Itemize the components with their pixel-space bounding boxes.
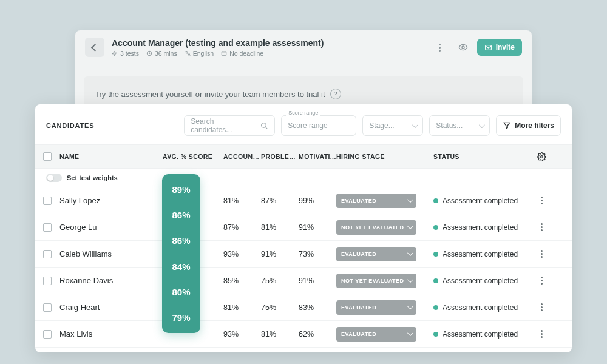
score-problem: 91%: [261, 250, 299, 258]
table-row[interactable]: Max Livis 93% 81% 62% EVALUATED Assessme…: [35, 321, 572, 348]
score-motivation: 73%: [299, 250, 336, 258]
row-checkbox[interactable]: [43, 330, 52, 339]
hiring-stage-select[interactable]: NOT YET EVALUATED: [336, 274, 416, 288]
candidate-name: Craig Heart: [59, 303, 163, 312]
select-all-checkbox[interactable]: [43, 152, 52, 161]
svg-point-5: [540, 155, 543, 158]
col-motivation[interactable]: MOTIVATI...: [299, 153, 336, 160]
row-menu-button[interactable]: [531, 303, 552, 311]
row-menu-button[interactable]: [531, 223, 552, 231]
avg-score-value: 79%: [162, 305, 200, 331]
stage-filter[interactable]: Stage...: [362, 115, 423, 136]
meta-deadline: No deadline: [221, 50, 263, 57]
status-cell: Assessment completed: [433, 277, 531, 285]
meta-language: English: [185, 50, 214, 57]
status-dot-icon: [433, 225, 438, 230]
row-checkbox[interactable]: [43, 277, 52, 285]
status-cell: Assessment completed: [433, 330, 531, 339]
col-name[interactable]: NAME: [59, 153, 163, 160]
dots-vertical-icon: [541, 303, 543, 311]
svg-point-2: [462, 46, 464, 49]
hiring-stage-select[interactable]: NOT YET EVALUATED: [336, 220, 416, 235]
avg-score-value: 84%: [162, 254, 200, 279]
score-account: 93%: [223, 250, 261, 258]
chevron-left-icon: [92, 42, 98, 53]
status-cell: Assessment completed: [433, 250, 531, 258]
score-account: 87%: [223, 223, 261, 232]
filters-row: CANDIDATES Search candidates... Score ra…: [35, 104, 572, 144]
status-dot-icon: [433, 252, 438, 257]
more-filters-button[interactable]: More filters: [496, 115, 561, 136]
mail-icon: [484, 44, 492, 52]
chevron-down-icon: [407, 198, 412, 204]
score-motivation: 99%: [299, 197, 336, 205]
eye-icon: [458, 42, 468, 52]
title-wrap: Account Manager (testing and example ass…: [112, 38, 424, 57]
status-cell: Assessment completed: [433, 197, 531, 205]
score-problem: 75%: [261, 303, 299, 312]
score-range-field[interactable]: Score range Score range: [281, 115, 356, 136]
dots-vertical-icon: [541, 223, 543, 231]
table-row[interactable]: Roxanne Davis 85% 75% 91% NOT YET EVALUA…: [35, 268, 572, 294]
dots-vertical-icon: [541, 330, 543, 338]
status-cell: Assessment completed: [433, 223, 531, 232]
table-row[interactable]: Caleb Williams 93% 91% 73% EVALUATED Ass…: [35, 241, 572, 268]
dots-vertical-icon: [439, 44, 441, 52]
col-account[interactable]: ACCOUNT...: [223, 153, 261, 160]
col-status[interactable]: STATUS: [433, 153, 531, 160]
header-actions: Invite: [431, 38, 522, 56]
table-row[interactable]: Craig Heart 81% 75% 83% EVALUATED Assess…: [35, 294, 572, 321]
row-menu-button[interactable]: [531, 330, 552, 338]
row-menu-button[interactable]: [531, 197, 552, 204]
col-stage[interactable]: HIRING STAGE: [336, 153, 433, 160]
hiring-stage-select[interactable]: EVALUATED: [336, 300, 416, 315]
hiring-stage-select[interactable]: EVALUATED: [336, 194, 416, 208]
row-menu-button[interactable]: [531, 250, 552, 258]
assessment-meta: 3 tests 36 mins English No deadline: [112, 50, 424, 57]
table-settings-button[interactable]: [531, 152, 552, 161]
search-placeholder: Search candidates...: [191, 117, 257, 134]
chevron-down-icon: [407, 331, 412, 337]
more-menu-button[interactable]: [431, 38, 449, 56]
stage-cell: EVALUATED: [336, 327, 433, 342]
col-problem[interactable]: PROBLEM...: [261, 153, 299, 160]
candidate-name: Caleb Williams: [59, 249, 163, 258]
assessment-title: Account Manager (testing and example ass…: [112, 38, 424, 48]
table-body: Sally Lopez 81% 87% 99% EVALUATED Assess…: [35, 187, 572, 348]
chevron-down-icon: [407, 251, 412, 257]
score-account: 81%: [223, 197, 261, 205]
help-icon[interactable]: ?: [330, 89, 341, 99]
dots-vertical-icon: [541, 197, 543, 204]
test-weights-row: Set test weights: [35, 169, 572, 187]
back-button[interactable]: [85, 38, 104, 57]
avg-score-value: 80%: [162, 279, 200, 305]
hiring-stage-select[interactable]: EVALUATED: [336, 247, 416, 261]
row-menu-button[interactable]: [531, 277, 552, 285]
score-motivation: 91%: [299, 277, 336, 285]
score-range-label: Score range: [286, 110, 320, 116]
avg-score-value: 86%: [162, 202, 200, 228]
preview-button[interactable]: [454, 38, 472, 56]
chevron-down-icon: [407, 305, 412, 311]
row-checkbox[interactable]: [43, 223, 52, 232]
row-checkbox[interactable]: [43, 303, 52, 312]
clock-icon: [146, 50, 152, 56]
hiring-stage-select[interactable]: EVALUATED: [336, 327, 416, 342]
col-avg[interactable]: AVG. % SCORE: [163, 153, 223, 160]
assessment-header: Account Manager (testing and example ass…: [75, 30, 532, 64]
dots-vertical-icon: [541, 250, 543, 258]
candidates-card: CANDIDATES Search candidates... Score ra…: [35, 104, 572, 352]
status-filter[interactable]: Status...: [429, 115, 490, 136]
search-input[interactable]: Search candidates...: [184, 115, 275, 136]
score-problem: 81%: [261, 223, 299, 232]
status-dot-icon: [433, 332, 438, 337]
table-row[interactable]: Sally Lopez 81% 87% 99% EVALUATED Assess…: [35, 187, 572, 214]
stage-cell: EVALUATED: [336, 194, 433, 208]
invite-button[interactable]: Invite: [477, 39, 522, 56]
weights-toggle[interactable]: [46, 174, 62, 182]
row-checkbox[interactable]: [43, 197, 52, 205]
row-checkbox[interactable]: [43, 250, 52, 258]
table-row[interactable]: George Lu 87% 81% 91% NOT YET EVALUATED …: [35, 214, 572, 241]
score-motivation: 62%: [299, 330, 336, 339]
status-dot-icon: [433, 305, 438, 310]
